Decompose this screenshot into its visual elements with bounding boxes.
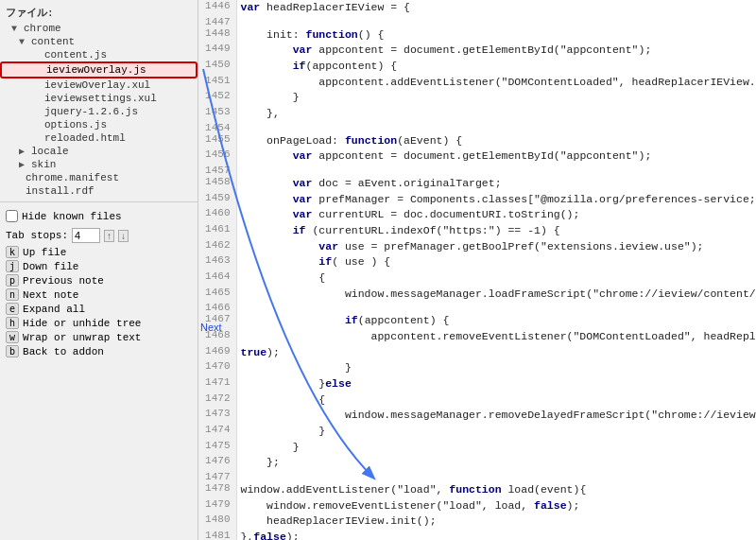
code-line: 1460 var currentURL = doc.documentURI.to… [198,207,756,223]
sidebar-tree-item[interactable]: ieviewOverlay.js [0,61,198,78]
sidebar-tree-item[interactable]: ▶locale [0,145,198,158]
key-badge: e [6,303,19,315]
sidebar: ファイル: ▼chrome▼contentcontent.jsieviewOve… [0,0,198,540]
line-number: 1454 [198,122,236,133]
code-line: 1452 } [198,90,756,106]
tab-stops-label: Tab stops: [6,230,68,241]
line-number: 1449 [198,43,236,59]
line-content: } [236,90,756,106]
line-number: 1471 [198,376,236,392]
keybinding-row[interactable]: pPrevious note [0,273,198,287]
tree-item-label: ieviewsettings.xul [44,93,157,104]
keybinding-row[interactable]: jDown file [0,259,198,273]
line-content: }else [236,376,756,392]
code-line: 1463 if( use ) { [198,254,756,270]
line-content [236,16,756,27]
keybinding-row[interactable]: eExpand all [0,302,198,316]
code-line: 1449 var appcontent = document.getElemen… [198,43,756,59]
keybinding-label: Back to addon [23,346,104,357]
code-line: 1477 [198,471,756,482]
tree-item-label: install.rdf [26,185,94,197]
line-number: 1459 [198,192,236,208]
code-line: 1461 if (currentURL.indexOf("https:") ==… [198,223,756,239]
line-content: if( use ) { [236,254,756,270]
line-content: } [236,440,756,456]
line-number: 1451 [198,75,236,91]
tree-item-label: content.js [44,49,107,61]
code-line: 1451 appcontent.addEventListener("DOMCon… [198,75,756,91]
sidebar-tree-item[interactable]: ieviewsettings.xul [0,92,198,105]
line-number: 1469 [198,345,236,361]
sidebar-tree-item[interactable]: reloaded.html [0,131,198,145]
hide-known-files-control[interactable]: Hide known files [0,206,198,226]
keybinding-row[interactable]: bBack to addon [0,344,198,358]
keybinding-row[interactable]: nNext note [0,287,198,302]
line-number: 1446 [198,0,236,16]
line-number: 1478 [198,482,236,498]
keybinding-label: Expand all [23,304,85,315]
key-badge: n [6,288,19,301]
keybinding-row[interactable]: hHide or unhide tree [0,316,198,330]
keybinding-label: Wrap or unwrap text [23,332,141,343]
code-line: 1458 var doc = aEvent.originalTarget; [198,176,756,192]
tree-item-label: skin [31,159,56,170]
sidebar-tree-item[interactable]: jquery-1.2.6.js [0,105,198,118]
line-content: headReplacerIEView.init(); [236,514,756,530]
line-content: var use = prefManager.getBoolPref("exten… [236,239,756,255]
line-number: 1453 [198,106,236,122]
tree-item-label: locale [31,146,69,157]
line-number: 1477 [198,471,236,482]
tree-item-label: chrome [24,23,61,34]
code-line: 1464 { [198,270,756,287]
line-number: 1475 [198,440,236,456]
line-number: 1474 [198,424,236,440]
line-content: init: function() { [236,27,756,44]
line-number: 1457 [198,165,236,176]
code-line: 1470 } [198,360,756,376]
line-number: 1479 [198,498,236,514]
code-line: 1466 [198,302,756,313]
code-line: 1447 [198,16,756,27]
tab-stops-down-button[interactable]: ↓ [118,230,129,242]
code-line: 1473 window.messageManager.removeDelayed… [198,408,756,424]
code-line: 1468 appcontent.removeEventListener("DOM… [198,329,756,345]
sidebar-tree-item[interactable]: content.js [0,48,198,61]
line-content: },false); [236,530,756,540]
keybinding-label: Up file [23,247,66,258]
code-line: 1469true); [198,345,756,361]
key-badge: h [6,317,19,329]
tab-stops-up-button[interactable]: ↑ [104,230,114,242]
sidebar-tree-item[interactable]: ieviewOverlay.xul [0,78,198,92]
sidebar-tree-item[interactable]: install.rdf [0,184,198,198]
code-line: 1457 [198,165,756,176]
line-number: 1455 [198,133,236,149]
sidebar-tree-item[interactable]: ▼chrome [0,22,198,35]
keybinding-row[interactable]: wWrap or unwrap text [0,330,198,344]
line-number: 1452 [198,90,236,106]
sidebar-tree-item[interactable]: ▼content [0,35,198,48]
line-number: 1465 [198,287,236,303]
line-content [236,302,756,313]
sidebar-tree-item[interactable]: options.js [0,118,198,131]
line-number: 1450 [198,59,236,75]
line-number: 1476 [198,455,236,471]
keybinding-row[interactable]: kUp file [0,245,198,259]
line-number: 1473 [198,408,236,424]
sidebar-tree-item[interactable]: chrome.manifest [0,171,198,184]
line-content: { [236,270,756,287]
line-content: window.removeEventListener("load", load,… [236,498,756,514]
code-line: 1455 onPageLoad: function(aEvent) { [198,133,756,149]
line-number: 1472 [198,392,236,409]
tree-item-label: ieviewOverlay.js [46,64,146,76]
line-content: var headReplacerIEView = { [236,0,756,16]
tab-stops-input[interactable] [72,228,100,243]
code-line: 1474 } [198,424,756,440]
line-content: var currentURL = doc.documentURI.toStrin… [236,207,756,223]
line-content [236,165,756,176]
sidebar-tree-item[interactable]: ▶skin [0,158,198,171]
code-line: 1467 if(appcontent) { [198,313,756,329]
hide-known-files-checkbox[interactable] [6,210,18,222]
code-line: 1446var headReplacerIEView = { [198,0,756,16]
next-label: Next [200,322,222,333]
code-line: 1481},false); [198,530,756,540]
